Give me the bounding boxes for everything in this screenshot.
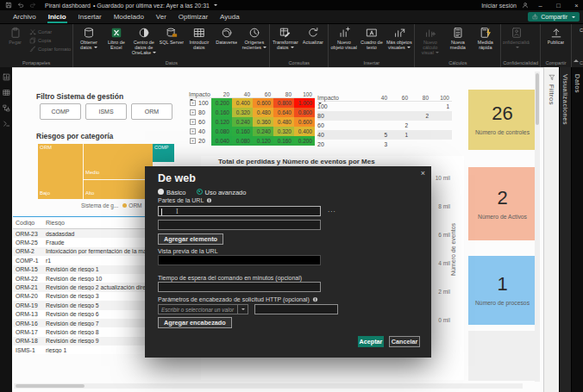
filter-button-comp[interactable]: COMP	[40, 103, 81, 120]
matrix-row[interactable]: 4051	[317, 130, 452, 140]
nuevo-objeto-visual-button[interactable]: Nuevo objeto visual	[330, 25, 357, 59]
matrix-row[interactable]: 602	[317, 121, 452, 130]
timeout-input[interactable]	[158, 282, 321, 292]
sign-in-button[interactable]: Iniciar sesión	[481, 3, 517, 9]
matrix-cell[interactable]	[369, 121, 390, 130]
nuevo-calculo-visual-button[interactable]: Nuevo cálculo visual	[417, 25, 443, 59]
matrix-cell[interactable]	[390, 111, 411, 121]
radio-basic[interactable]: Básico	[158, 189, 186, 196]
matrix-cell[interactable]	[390, 102, 411, 111]
menu-item-ayuda[interactable]: Ayuda	[214, 11, 246, 23]
matrix-cell[interactable]: 0.240	[253, 127, 273, 136]
matrix-cell[interactable]: 1	[390, 130, 411, 140]
transformar-datos-button[interactable]: Transformar datos	[272, 25, 298, 59]
matrix-cell[interactable]	[369, 111, 390, 121]
matrix-cell[interactable]: 0.800	[273, 98, 294, 108]
expand-icon[interactable]	[190, 119, 196, 125]
matrix-cell[interactable]: 0.240	[232, 117, 253, 127]
matrix-cell[interactable]: 0.160	[211, 108, 232, 117]
matrix-cell[interactable]: 0.480	[253, 108, 273, 117]
matrix-cell[interactable]: 0.360	[253, 117, 273, 127]
matrix-cell[interactable]: 5	[369, 130, 390, 140]
matrix-cell[interactable]: 0.200	[211, 98, 232, 108]
matrix-cell[interactable]	[431, 140, 452, 149]
kpi-card-numero-de-activos[interactable]: 2Número de Activos	[468, 167, 536, 240]
matrix-cell[interactable]: 0.600	[294, 117, 315, 127]
collapse-ribbon-button[interactable]	[574, 57, 579, 62]
cancel-button[interactable]: Cancelar	[389, 336, 420, 347]
matrix-column-header[interactable]: 60	[390, 95, 411, 101]
matrix-cell[interactable]: 0.040	[211, 136, 232, 146]
dax-query-view-icon[interactable]	[3, 120, 10, 128]
matrix-cell[interactable]: 0.080	[211, 127, 232, 136]
matrix-corner-header[interactable]: Impacto	[189, 91, 211, 97]
matrix-cell[interactable]	[411, 140, 431, 149]
matrix-cell[interactable]: 1.000	[294, 98, 315, 108]
risk-heatmap-matrix[interactable]: Impacto204060801001000.2000.4000.6000.80…	[189, 84, 315, 146]
expand-icon[interactable]	[190, 138, 196, 144]
matrix-cell[interactable]: 0.400	[294, 127, 315, 136]
matrix-cell[interactable]	[411, 130, 431, 140]
cortar-button[interactable]: Cortar	[29, 28, 71, 35]
menu-item-insertar[interactable]: Insertar	[72, 11, 108, 23]
menu-item-modelado[interactable]: Modelado	[108, 11, 150, 23]
matrix-row[interactable]: 1001	[317, 102, 452, 111]
matrix-column-header[interactable]: 100	[294, 91, 315, 97]
add-header-button[interactable]: Agregar encabezado	[158, 317, 232, 328]
sql-server-button[interactable]: SQL Server	[158, 25, 185, 59]
add-element-button[interactable]: Agregar elemento	[158, 233, 223, 245]
matrix-cell[interactable]: 0.120	[253, 136, 273, 146]
close-button[interactable]: ×	[570, 2, 583, 9]
table-view-icon[interactable]	[3, 89, 10, 96]
url-part-input-2[interactable]	[158, 220, 321, 230]
kpi-card-partial[interactable]	[468, 331, 536, 381]
share-button[interactable]: Compartir	[528, 12, 580, 22]
confidencialidad-button[interactable]: Confidencialidad	[503, 25, 530, 59]
matrix-cell[interactable]	[431, 130, 452, 140]
legend-item-orm[interactable]: ORM	[122, 202, 141, 208]
origenes-recientes-button[interactable]: Orígenes recientes	[241, 25, 267, 59]
treemap-block-comp[interactable]: COMP	[153, 144, 174, 162]
header-name-dropdown[interactable]: Escribir o seleccionar un valor	[158, 304, 248, 314]
dialog-close-icon[interactable]: ×	[421, 169, 425, 177]
matrix-column-header[interactable]: 60	[253, 91, 273, 97]
matrix-cell[interactable]	[411, 102, 431, 111]
matrix-corner-header[interactable]: Impacto	[317, 95, 369, 101]
menu-item-optimizar[interactable]: Optimizar	[172, 11, 214, 23]
expand-icon[interactable]	[190, 128, 196, 134]
undo-icon[interactable]	[17, 2, 24, 9]
kpi-card-numero-de-procesos[interactable]: 1Número de procesos	[468, 256, 536, 325]
matrix-cell[interactable]: 0.200	[294, 136, 315, 146]
model-view-icon[interactable]	[3, 104, 10, 112]
account-person-icon[interactable]	[522, 2, 529, 9]
matrix-cell[interactable]: 0.400	[232, 98, 253, 108]
pegar-button[interactable]: Pegar	[2, 25, 28, 59]
matrix-cell[interactable]: 0.320	[273, 127, 294, 136]
info-icon[interactable]	[312, 296, 318, 302]
matrix-cell[interactable]	[390, 140, 411, 149]
matrix-row[interactable]: 203	[317, 140, 452, 149]
matrix-cell[interactable]	[431, 121, 452, 130]
column-header-codigo[interactable]: Codigo	[13, 220, 46, 226]
centro-de-datos-de-onelake-button[interactable]: Centro de datos de OneLake	[130, 25, 157, 59]
introducir-datos-button[interactable]: Introducir datos	[185, 25, 212, 59]
accept-button[interactable]: Aceptar	[358, 336, 384, 347]
save-icon[interactable]	[5, 2, 12, 9]
kpi-card-numero-de-controles[interactable]: 26Número de controles	[468, 90, 536, 150]
matrix-cell[interactable]: 0.640	[273, 108, 294, 117]
matrix-row[interactable]: 1000.2000.4000.6000.8001.000	[189, 98, 315, 108]
pane-tab-visualizaciones[interactable]: Visualizaciones	[559, 67, 571, 392]
matrix-cell[interactable]: 0.480	[273, 117, 294, 127]
menu-item-inicio[interactable]: Inicio	[42, 11, 72, 23]
treemap-block-orm[interactable]: ORM Bajo Medio Alto	[38, 144, 153, 199]
info-icon[interactable]	[206, 197, 212, 203]
scrollbar-thumb[interactable]	[16, 384, 85, 388]
copiar-formato-button[interactable]: Copiar formato	[29, 46, 71, 53]
matrix-column-header[interactable]: 80	[411, 95, 431, 101]
minimize-button[interactable]: –	[534, 2, 547, 9]
matrix-column-header[interactable]: 40	[369, 95, 390, 101]
matrix-column-header[interactable]: 40	[232, 91, 253, 97]
matrix-cell[interactable]: 0.160	[273, 136, 294, 146]
url-part-input-1[interactable]	[158, 206, 321, 216]
pane-tab-filtros[interactable]: Filtros	[543, 67, 559, 392]
